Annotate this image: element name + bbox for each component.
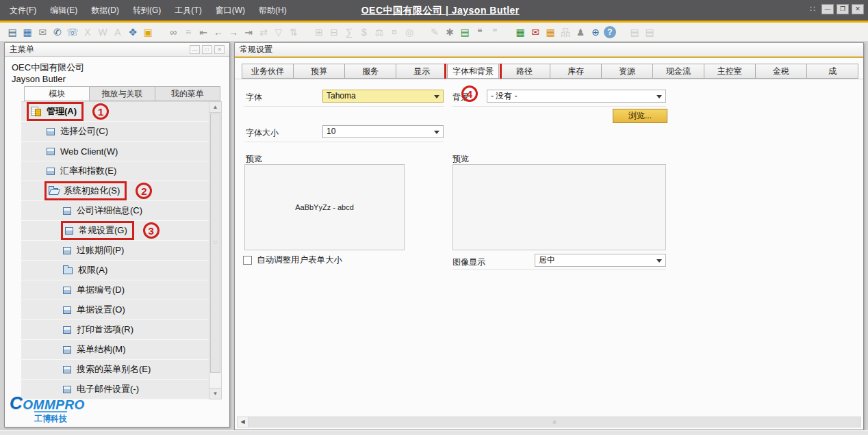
last-record-icon[interactable]: ⇥: [242, 25, 255, 39]
form-settings-icon[interactable]: ✱: [443, 25, 457, 39]
help-icon[interactable]: ?: [604, 26, 616, 38]
doc-generation-icon[interactable]: ▤: [628, 25, 641, 39]
query-icon[interactable]: ◎: [403, 25, 416, 39]
tree-item[interactable]: 选择公司(C): [21, 122, 209, 142]
remarks-icon[interactable]: ❝: [473, 25, 487, 39]
browse-button[interactable]: 浏览...: [613, 109, 667, 123]
scrollbar-thumb[interactable]: ≡: [248, 417, 860, 427]
gross-profit-icon[interactable]: ∑: [342, 25, 356, 39]
tree-item[interactable]: 常规设置(G)3: [21, 221, 209, 241]
tree-item[interactable]: Web Client(W): [21, 142, 209, 161]
menu-item-4[interactable]: 转到(G): [126, 0, 168, 21]
doc-posting-icon[interactable]: ▤: [643, 25, 656, 39]
menu-item-5[interactable]: 工具(T): [168, 0, 208, 21]
personalization-icon[interactable]: ∷: [806, 4, 819, 14]
sort-icon[interactable]: ⇅: [287, 25, 301, 39]
scroll-down-icon[interactable]: ▼: [209, 388, 221, 399]
settings-tab-11[interactable]: 金税: [755, 64, 807, 79]
settings-tab-8[interactable]: 资源: [601, 64, 653, 79]
database-tools-icon[interactable]: ▤: [458, 25, 472, 39]
transaction-journal-icon[interactable]: ¤: [387, 25, 401, 39]
close-button[interactable]: ✕: [852, 4, 864, 14]
next-record-icon[interactable]: →: [227, 25, 240, 39]
menu-item-2[interactable]: 编辑(E): [43, 0, 84, 21]
tree-scrollbar[interactable]: ▲ ∷ ▼: [209, 101, 222, 399]
web-client-icon[interactable]: ⊕: [589, 25, 602, 39]
tree-item[interactable]: 打印首选项(R): [21, 320, 209, 340]
minimize-button[interactable]: —: [821, 4, 834, 14]
first-record-icon[interactable]: ⇤: [196, 25, 210, 39]
tree-item[interactable]: 汇率和指数(E): [21, 161, 209, 181]
export-word-icon[interactable]: W: [96, 25, 110, 39]
volume-weight-icon[interactable]: ⚖: [372, 25, 386, 39]
export-pdf-icon[interactable]: A: [111, 25, 125, 39]
settings-tab-2[interactable]: 预算: [293, 64, 345, 79]
menu-item-7[interactable]: 帮助(H): [252, 0, 294, 21]
mail-alert-icon[interactable]: ✉: [528, 25, 542, 39]
settings-tab-4[interactable]: 显示: [396, 64, 448, 79]
settings-tab-6[interactable]: 路径: [498, 64, 550, 79]
settings-tab-9[interactable]: 现金流: [652, 64, 704, 79]
tree-item[interactable]: 公司详细信息(C): [21, 201, 209, 221]
autosize-checkbox[interactable]: [243, 256, 252, 265]
copy-to-icon[interactable]: ⊟: [327, 25, 341, 39]
email-icon[interactable]: ✉: [36, 25, 49, 39]
sidebar-tab-2[interactable]: 拖放与关联: [89, 86, 154, 101]
main-menu-titlebar[interactable]: 主菜单 — □ ✕: [5, 43, 229, 57]
filter-icon[interactable]: ▽: [272, 25, 285, 39]
tree-item[interactable]: 搜索的菜单别名(E): [21, 360, 209, 380]
refresh-icon[interactable]: ⇄: [257, 25, 270, 39]
tree-item[interactable]: 权限(A): [21, 261, 209, 280]
export-excel-icon[interactable]: X: [81, 25, 94, 39]
copy-from-icon[interactable]: ⊞: [312, 25, 326, 39]
print-preview-icon[interactable]: ▤: [5, 25, 19, 39]
settings-tab-10[interactable]: 主控室: [704, 64, 756, 79]
menu-item-6[interactable]: 窗口(W): [209, 0, 252, 21]
linked-remarks-icon[interactable]: ❞: [488, 25, 502, 39]
settings-tab-5[interactable]: 字体和背景: [447, 64, 499, 79]
window-controls: ∷ — ❐ ✕: [806, 4, 864, 14]
font-dropdown[interactable]: Tahoma: [322, 90, 444, 103]
menu-item-1[interactable]: 文件(F): [3, 0, 43, 21]
calendar-icon[interactable]: ▦: [544, 25, 557, 39]
horizontal-scrollbar[interactable]: ◀ ≡: [237, 417, 861, 427]
background-dropdown[interactable]: - 没有 -: [487, 90, 666, 103]
tree-item[interactable]: 单据编号(D): [21, 280, 209, 300]
scroll-up-icon[interactable]: ▲: [209, 102, 221, 113]
sidebar-tab-3[interactable]: 我的菜单: [155, 86, 220, 101]
fax-icon[interactable]: ☏: [66, 25, 79, 39]
font-size-dropdown[interactable]: 10: [322, 125, 444, 138]
tree-item[interactable]: 过账期间(P): [21, 241, 209, 261]
settings-tab-12[interactable]: 成: [806, 64, 858, 79]
minimize-button[interactable]: —: [190, 45, 200, 54]
scrollbar-thumb[interactable]: ∷: [210, 114, 220, 373]
settings-tab-1[interactable]: 业务伙伴: [242, 64, 294, 79]
payment-means-icon[interactable]: $: [357, 25, 371, 39]
close-button[interactable]: ✕: [214, 45, 225, 54]
menu-item-3[interactable]: 数据(D): [84, 0, 126, 21]
settings-titlebar[interactable]: 常规设置: [235, 43, 863, 57]
previous-record-icon[interactable]: ←: [212, 25, 225, 39]
settings-tab-3[interactable]: 服务: [344, 64, 396, 79]
restore-button[interactable]: ❐: [837, 4, 849, 14]
tree-item[interactable]: 菜单结构(M): [21, 340, 209, 360]
image-display-dropdown[interactable]: 居中: [535, 254, 666, 267]
org-chart-icon[interactable]: 品: [559, 25, 572, 39]
edit-icon[interactable]: ✎: [428, 25, 442, 39]
maximize-button[interactable]: □: [202, 45, 212, 54]
sidebar-tab-1[interactable]: 模块: [24, 86, 89, 101]
sms-icon[interactable]: ✆: [51, 25, 64, 39]
tabs-divider: [235, 79, 863, 79]
scroll-left-icon[interactable]: ◀: [238, 417, 248, 427]
layout-move-icon[interactable]: ✥: [126, 25, 140, 39]
tree-item[interactable]: 单据设置(O): [21, 300, 209, 320]
settings-tab-7[interactable]: 库存: [550, 64, 602, 79]
lock-screen-icon[interactable]: ▣: [141, 25, 155, 39]
user-icon[interactable]: ♟: [574, 25, 587, 39]
checklist-icon[interactable]: ≡: [181, 25, 195, 39]
tree-item[interactable]: 系统初始化(S)2: [21, 181, 209, 201]
print-icon[interactable]: ▦: [21, 25, 34, 39]
schedule-icon[interactable]: ▦: [513, 25, 527, 39]
find-icon[interactable]: ∞: [166, 25, 180, 39]
tree-item[interactable]: 管理(A)1: [21, 102, 209, 122]
